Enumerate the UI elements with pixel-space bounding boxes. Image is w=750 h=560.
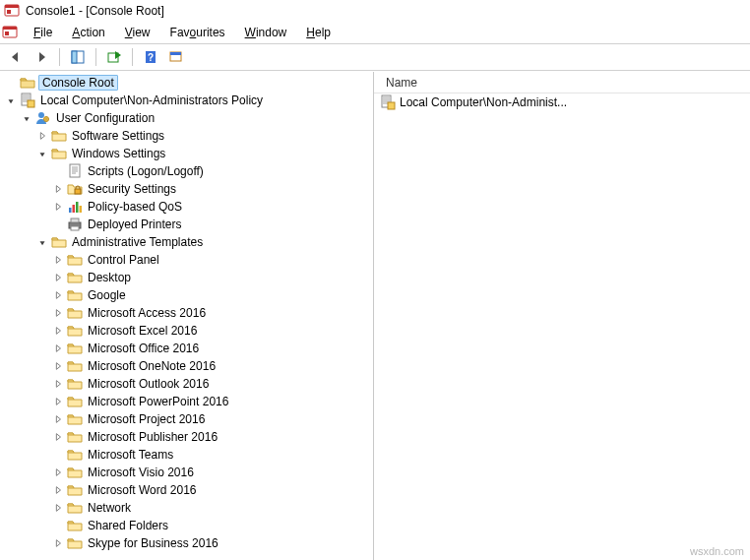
expander-open-icon[interactable] <box>36 236 48 248</box>
tree-at-publisher[interactable]: Microsoft Publisher 2016 <box>2 428 371 446</box>
tree-item-label: Deployed Printers <box>86 218 183 231</box>
tree-console-root[interactable]: Console Root <box>2 74 371 92</box>
tree-item-label: Control Panel <box>86 253 161 267</box>
folder-icon <box>67 535 83 551</box>
tree-at-office[interactable]: Microsoft Office 2016 <box>2 340 371 357</box>
tree-policy-qos[interactable]: Policy-based QoS <box>2 198 371 216</box>
svg-rect-1 <box>5 5 19 8</box>
tree-item-label: Microsoft Teams <box>86 448 175 462</box>
titlebar: Console1 - [Console Root] <box>0 0 750 22</box>
tree-item-label: Microsoft Visio 2016 <box>86 466 196 479</box>
toolbar-separator <box>95 48 96 66</box>
list-pane[interactable]: Name Local Computer\Non-Administ... <box>374 72 750 560</box>
column-name[interactable]: Name <box>382 74 421 92</box>
menu-file[interactable]: File <box>26 24 60 41</box>
toolbar: ? <box>0 43 750 71</box>
expander-open-icon[interactable] <box>36 148 48 159</box>
expander-open-icon[interactable] <box>5 94 17 106</box>
folder-icon <box>51 128 67 144</box>
new-window-button[interactable] <box>164 46 188 68</box>
forward-button[interactable] <box>30 46 53 68</box>
list-item-label: Local Computer\Non-Administ... <box>400 95 567 109</box>
show-hide-tree-button[interactable] <box>66 46 90 68</box>
tree-deployed-printers[interactable]: Deployed Printers <box>2 216 371 233</box>
folder-icon <box>67 465 83 480</box>
tree-at-control-panel[interactable]: Control Panel <box>2 251 371 269</box>
svg-rect-27 <box>388 102 395 109</box>
expander-closed-icon[interactable] <box>52 289 64 301</box>
expander-closed-icon[interactable] <box>52 325 64 337</box>
expander-closed-icon[interactable] <box>52 396 64 407</box>
tree-item-label: Network <box>86 501 133 515</box>
tree-item-label: Microsoft OneNote 2016 <box>86 359 218 373</box>
tree-at-shared-folders[interactable]: Shared Folders <box>2 517 371 534</box>
help-button[interactable]: ? <box>139 46 162 68</box>
tree-at-google[interactable]: Google <box>2 286 371 304</box>
tree-item-label: Google <box>86 288 128 302</box>
expander-closed-icon[interactable] <box>36 130 48 142</box>
mdi-app-icon <box>2 25 18 40</box>
svg-rect-24 <box>71 218 79 222</box>
tree-pane[interactable]: Console Root Local Computer\Non-Administ… <box>0 72 374 560</box>
list-item[interactable]: Local Computer\Non-Administ... <box>374 93 750 111</box>
tree-admin-templates[interactable]: Administrative Templates <box>2 233 371 251</box>
tree-item-label: Microsoft Publisher 2016 <box>86 430 219 444</box>
tree-at-network[interactable]: Network <box>2 499 371 517</box>
expander-closed-icon[interactable] <box>52 537 64 549</box>
tree-user-configuration[interactable]: User Configuration <box>2 109 371 127</box>
menu-favourites[interactable]: Favourites <box>162 24 233 41</box>
tree-at-access[interactable]: Microsoft Access 2016 <box>2 304 371 322</box>
expander-closed-icon[interactable] <box>52 502 64 514</box>
export-button[interactable] <box>102 46 126 68</box>
expander-closed-icon[interactable] <box>52 413 64 425</box>
tree-at-teams[interactable]: Microsoft Teams <box>2 446 371 464</box>
console-root-icon <box>20 75 35 91</box>
tree-at-outlook[interactable]: Microsoft Outlook 2016 <box>2 375 371 393</box>
tree-at-visio[interactable]: Microsoft Visio 2016 <box>2 464 371 481</box>
folder-icon <box>67 411 83 427</box>
list-header[interactable]: Name <box>374 72 750 93</box>
tree-at-powerpoint[interactable]: Microsoft PowerPoint 2016 <box>2 393 371 410</box>
policy-icon <box>380 94 396 110</box>
menu-view[interactable]: View <box>117 24 158 41</box>
svg-rect-21 <box>76 202 79 213</box>
expander-closed-icon[interactable] <box>52 431 64 443</box>
expander-closed-icon[interactable] <box>52 201 64 213</box>
svg-rect-18 <box>75 189 81 194</box>
expander-closed-icon[interactable] <box>52 467 64 478</box>
menu-help[interactable]: Help <box>298 24 339 41</box>
tree-windows-settings[interactable]: Windows Settings <box>2 145 371 162</box>
expander-closed-icon[interactable] <box>52 272 64 283</box>
expander-closed-icon[interactable] <box>52 307 64 319</box>
back-button[interactable] <box>4 46 28 68</box>
tree-at-project[interactable]: Microsoft Project 2016 <box>2 410 371 428</box>
folder-icon <box>51 234 67 250</box>
tree-item-label: Microsoft PowerPoint 2016 <box>86 395 230 408</box>
tree-at-excel[interactable]: Microsoft Excel 2016 <box>2 322 371 340</box>
menubar: File Action View Favourites Window Help <box>0 22 750 43</box>
svg-rect-22 <box>80 206 83 213</box>
tree-at-word[interactable]: Microsoft Word 2016 <box>2 481 371 499</box>
expander-closed-icon[interactable] <box>52 183 64 195</box>
tree-security-settings[interactable]: Security Settings <box>2 180 371 198</box>
tree-scripts[interactable]: Scripts (Logon/Logoff) <box>2 162 371 180</box>
expander-closed-icon[interactable] <box>52 360 64 372</box>
expander-closed-icon[interactable] <box>52 484 64 496</box>
tree-policy[interactable]: Local Computer\Non-Administrators Policy <box>2 92 371 109</box>
folder-icon <box>67 447 83 463</box>
tree-item-label: Console Root <box>38 75 118 91</box>
tree-at-onenote[interactable]: Microsoft OneNote 2016 <box>2 357 371 375</box>
expander-closed-icon[interactable] <box>52 342 64 354</box>
menu-window[interactable]: Window <box>237 24 295 41</box>
window-title: Console1 - [Console Root] <box>26 4 164 18</box>
svg-rect-4 <box>3 27 17 30</box>
menu-action[interactable]: Action <box>64 24 112 41</box>
tree-software-settings[interactable]: Software Settings <box>2 127 371 145</box>
expander-closed-icon[interactable] <box>52 378 64 390</box>
tree-item-label: Microsoft Excel 2016 <box>86 324 199 338</box>
expander-closed-icon[interactable] <box>52 254 64 266</box>
tree-at-skype[interactable]: Skype for Business 2016 <box>2 534 371 552</box>
tree-at-desktop[interactable]: Desktop <box>2 269 371 286</box>
expander-open-icon[interactable] <box>21 112 32 124</box>
folder-icon <box>67 270 83 285</box>
